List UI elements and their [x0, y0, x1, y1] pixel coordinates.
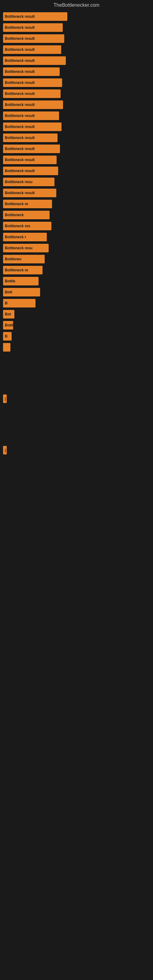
bar-row: Bottleneck result	[0, 167, 153, 175]
result-bar: Bottleneck result	[3, 67, 60, 76]
bar-label: Bottleneck re	[5, 268, 28, 272]
bar-label: Bottleneck result	[5, 136, 35, 140]
bar-label: Bottleneck result	[5, 92, 35, 96]
result-bar: Bottleneck result	[3, 145, 60, 153]
result-bar: Bot	[3, 310, 14, 318]
result-bar: Bottleneck result	[3, 167, 58, 175]
bar-row	[0, 406, 153, 417]
bar-label: Bottleneck r	[5, 235, 26, 239]
bar-label: Bottleneck result	[5, 125, 35, 129]
result-bar: Bottleneck res	[3, 222, 51, 230]
bar-label: Bottleneck	[5, 213, 24, 217]
result-bar: |	[3, 446, 7, 455]
result-bar: Bottleneck re	[3, 266, 43, 274]
bar-row: Bottle	[0, 277, 153, 285]
bar-label: Bottleneck re	[5, 202, 28, 206]
bar-row: Bottleneck result	[0, 156, 153, 164]
site-title: TheBottlenecker.com	[0, 0, 153, 9]
bar-row: |	[0, 395, 153, 403]
bar-row: B	[0, 299, 153, 307]
bar-label: B	[5, 301, 8, 305]
result-bar: Bottleneck result	[3, 123, 62, 131]
bar-row: Bottleneck res	[0, 222, 153, 230]
bar-row	[0, 343, 153, 352]
bar-row: B	[0, 332, 153, 340]
result-bar: Bottleneck resu	[3, 178, 54, 186]
bar-row	[0, 419, 153, 430]
result-bar: Bottleneck result	[3, 89, 61, 98]
result-bar: Bottleneck result	[3, 45, 61, 54]
result-bar	[3, 343, 10, 352]
bar-row: Bottleneck resu	[0, 178, 153, 186]
result-bar: Bottleneck resu	[3, 244, 49, 252]
bar-label: Bottleneck res	[5, 224, 30, 228]
result-bar: B	[3, 299, 35, 307]
bar-row: Bottleneck	[0, 211, 153, 219]
bar-label: Bottlen	[5, 323, 13, 328]
bar-label: Bottlenec	[5, 257, 22, 261]
bar-label: Bottleneck result	[5, 14, 35, 19]
result-bar: Bottleneck result	[3, 189, 56, 197]
bar-label: Bottleneck resu	[5, 180, 32, 184]
bar-row: Bottleneck result	[0, 189, 153, 197]
result-bar: Bottleneck result	[3, 134, 57, 142]
bar-row: Bottleneck result	[0, 111, 153, 120]
result-bar: Bottleneck	[3, 211, 49, 219]
bar-row: Bottleneck result	[0, 134, 153, 142]
bar-row	[0, 354, 153, 365]
bar-row: Bottleneck result	[0, 45, 153, 54]
result-bar: Bottleneck re	[3, 200, 52, 208]
bar-row: Bottleneck re	[0, 200, 153, 208]
result-bar: Bottlenec	[3, 255, 45, 263]
result-bar: Bottleneck result	[3, 34, 64, 43]
bar-row	[0, 368, 153, 379]
bar-label: Bottleneck resu	[5, 246, 32, 250]
bar-label: |	[5, 396, 6, 401]
result-bar: Bottlen	[3, 321, 13, 329]
result-bar: Bottleneck result	[3, 56, 66, 65]
bar-row: Bottleneck result	[0, 56, 153, 65]
bar-label: Bott	[5, 290, 12, 294]
bar-label: Bottle	[5, 279, 15, 283]
site-title-container: TheBottlenecker.com	[0, 0, 153, 9]
bar-row: Bottleneck result	[0, 123, 153, 131]
bar-label: Bottleneck result	[5, 48, 35, 52]
bar-label: Bottleneck result	[5, 103, 35, 107]
bar-label: Bottleneck result	[5, 191, 35, 195]
bar-row: Bottleneck result	[0, 23, 153, 32]
result-bar: Bottleneck result	[3, 111, 59, 120]
bar-row: Bottlenec	[0, 255, 153, 263]
bar-label: Bottleneck result	[5, 37, 35, 41]
bar-label: Bot	[5, 312, 11, 317]
bar-label: Bottleneck result	[5, 59, 35, 63]
result-bar: Bottleneck result	[3, 78, 62, 87]
result-bar: Bottle	[3, 277, 38, 285]
result-bar: Bottleneck result	[3, 23, 63, 32]
bar-label: Bottleneck result	[5, 169, 35, 173]
bar-label: Bottleneck result	[5, 147, 35, 151]
bar-row: Bottleneck result	[0, 78, 153, 87]
result-bar: Bottleneck result	[3, 156, 57, 164]
result-bar: |	[3, 395, 7, 403]
bar-label: Bottleneck result	[5, 158, 35, 162]
result-bar: Bottleneck result	[3, 100, 63, 109]
bar-row: Bottleneck r	[0, 233, 153, 241]
bar-label: Bottleneck result	[5, 114, 35, 118]
bar-row: Bottlen	[0, 321, 153, 329]
result-bar: Bottleneck result	[3, 12, 67, 21]
result-bar: B	[3, 332, 12, 340]
result-bar: Bottleneck r	[3, 233, 47, 241]
bar-row: Bottleneck result	[0, 12, 153, 21]
bar-row: Bottleneck re	[0, 266, 153, 274]
bar-label: Bottleneck result	[5, 81, 35, 85]
bar-label: |	[5, 448, 6, 452]
bar-row: Bottleneck result	[0, 145, 153, 153]
bar-row: Bottleneck result	[0, 100, 153, 109]
bar-row: Bottleneck result	[0, 67, 153, 76]
bars-container: Bottleneck resultBottleneck resultBottle…	[0, 9, 153, 455]
bar-label: Bottleneck result	[5, 25, 35, 30]
bar-row: Bottleneck result	[0, 89, 153, 98]
bar-row: Bottleneck result	[0, 34, 153, 43]
bar-row: Bottleneck resu	[0, 244, 153, 252]
bar-row: Bot	[0, 310, 153, 318]
